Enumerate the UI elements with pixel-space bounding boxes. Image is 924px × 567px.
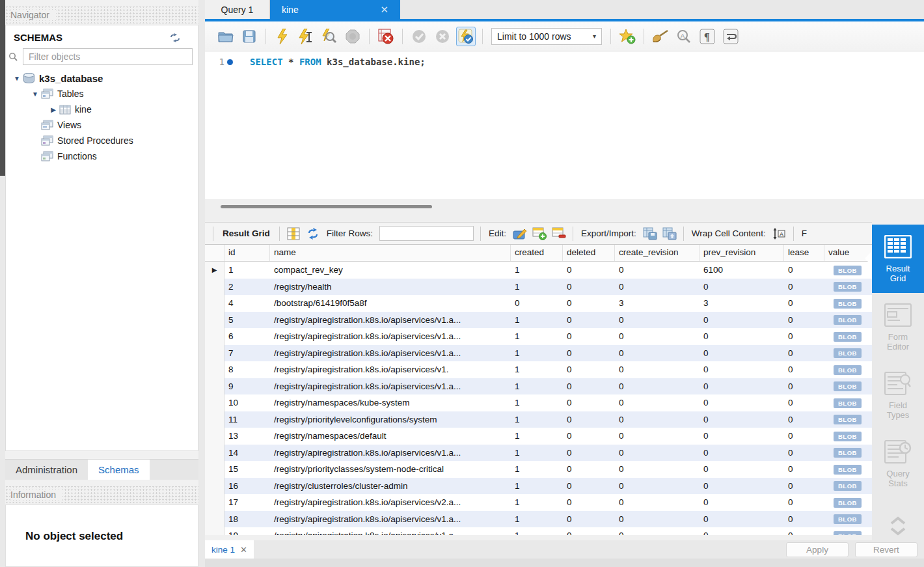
filter-rows-input[interactable] [379,226,474,241]
cell-lease[interactable]: 0 [784,431,824,441]
column-header-id[interactable]: id [224,245,270,261]
tree-item-k3s-database[interactable]: ▼k3s_database [6,70,198,86]
tree-item-views[interactable]: Views [6,117,198,133]
explain-query-icon[interactable] [319,27,339,46]
cell-prev_revision[interactable]: 0 [700,365,784,374]
table-row[interactable]: 6/registry/apiregistration.k8s.io/apiser… [205,328,872,345]
column-header-prev_revision[interactable]: prev_revision [700,245,784,261]
cell-value[interactable]: BLOB [824,331,872,342]
cell-id[interactable]: 19 [224,531,270,535]
tab-schemas[interactable]: Schemas [88,460,150,480]
row-selector-cell[interactable] [205,328,224,345]
cell-prev_revision[interactable]: 6100 [700,265,784,275]
cell-prev_revision[interactable]: 0 [700,398,784,408]
cell-id[interactable]: 10 [224,398,270,408]
cell-lease[interactable]: 0 [784,348,824,358]
cell-name[interactable]: /registry/namespaces/default [270,431,511,441]
cell-name[interactable]: compact_rev_key [270,265,511,275]
table-row[interactable]: 4/bootstrap/61419f0f5a8f00330BLOB [205,295,872,312]
blob-badge[interactable]: BLOB [834,448,862,458]
cell-id[interactable]: 17 [224,497,270,507]
close-tab-icon[interactable]: ✕ [380,4,388,16]
blob-badge[interactable]: BLOB [834,481,862,491]
row-selector-cell[interactable] [205,378,224,395]
save-snippet-icon[interactable] [618,27,637,46]
beautify-query-icon[interactable] [651,27,670,46]
cell-name[interactable]: /registry/apiregistration.k8s.io/apiserv… [270,531,511,535]
cell-create_revision[interactable]: 0 [615,531,700,535]
rollback-icon[interactable] [433,27,452,46]
row-selector-cell[interactable] [205,394,224,411]
cell-id[interactable]: 11 [224,415,270,424]
cell-lease[interactable]: 0 [784,464,824,474]
wrap-cell-content-icon[interactable]: A [771,226,788,242]
side-tab-query-stats[interactable]: Query Stats [872,430,924,498]
grid-options-icon[interactable] [285,226,302,242]
blob-badge[interactable]: BLOB [834,398,862,408]
cell-lease[interactable]: 0 [784,497,824,507]
cell-prev_revision[interactable]: 3 [700,298,784,308]
cell-created[interactable]: 1 [511,415,563,424]
table-row[interactable]: 15/registry/priorityclasses/system-node-… [205,461,872,478]
cell-deleted[interactable]: 0 [563,398,615,408]
cell-value[interactable]: BLOB [824,497,872,508]
cell-id[interactable]: 16 [224,481,270,491]
expand-panel-icon[interactable] [890,527,906,536]
tab-kine[interactable]: kine ✕ [270,0,400,19]
stop-query-icon[interactable] [343,27,362,46]
cell-name[interactable]: /registry/apiregistration.k8s.io/apiserv… [270,365,511,374]
cell-created[interactable]: 1 [511,381,563,391]
refresh-schemas-icon[interactable] [169,33,181,42]
blob-badge[interactable]: BLOB [834,332,862,342]
cell-prev_revision[interactable]: 0 [700,415,784,424]
tree-item-functions[interactable]: Functions [6,148,198,164]
cell-created[interactable]: 1 [511,315,563,325]
cell-created[interactable]: 0 [511,298,563,308]
table-row[interactable]: 9/registry/apiregistration.k8s.io/apiser… [205,378,872,395]
row-selector-cell[interactable] [205,428,224,445]
limit-rows-dropdown[interactable]: Limit to 1000 rows ▾ [491,28,602,45]
cell-prev_revision[interactable]: 0 [700,514,784,524]
cell-value[interactable]: BLOB [824,365,872,375]
cell-deleted[interactable]: 0 [563,448,615,458]
cell-deleted[interactable]: 0 [563,331,615,341]
refresh-grid-icon[interactable] [305,226,321,242]
cell-id[interactable]: 1 [224,265,270,275]
cell-create_revision[interactable]: 0 [615,464,700,474]
row-selector-cell[interactable] [205,511,224,528]
blob-badge[interactable]: BLOB [834,415,862,424]
cell-prev_revision[interactable]: 0 [700,331,784,341]
cell-name[interactable]: /registry/clusterroles/cluster-admin [270,481,511,491]
cell-deleted[interactable]: 0 [563,514,615,524]
tab-query-1[interactable]: Query 1 [205,0,270,19]
table-row[interactable]: 8/registry/apiregistration.k8s.io/apiser… [205,361,872,378]
cell-name[interactable]: /registry/apiregistration.k8s.io/apiserv… [270,448,511,458]
cell-lease[interactable]: 0 [784,282,824,292]
row-selector-cell[interactable] [205,411,224,428]
cell-id[interactable]: 13 [224,431,270,441]
cell-lease[interactable]: 0 [784,514,824,524]
tree-item-kine[interactable]: ▶kine [6,102,198,117]
cell-name[interactable]: /registry/apiregistration.k8s.io/apiserv… [270,514,511,524]
cell-value[interactable]: BLOB [824,531,872,535]
cell-create_revision[interactable]: 0 [615,481,700,491]
cell-id[interactable]: 6 [224,331,270,341]
side-tab-form-editor[interactable]: Form Editor [872,293,924,361]
side-tab-result-grid[interactable]: Result Grid [872,225,924,293]
cell-value[interactable]: BLOB [824,265,872,275]
cell-create_revision[interactable]: 0 [615,415,700,424]
blob-badge[interactable]: BLOB [834,498,862,508]
cell-create_revision[interactable]: 0 [615,431,700,441]
cell-create_revision[interactable]: 3 [615,298,700,308]
chevron-expanded-icon[interactable]: ▼ [12,75,21,82]
cell-create_revision[interactable]: 0 [615,514,700,524]
collapse-panel-icon[interactable] [890,516,906,525]
cell-lease[interactable]: 0 [784,481,824,491]
cell-deleted[interactable]: 0 [563,348,615,358]
table-row[interactable]: 19/registry/apiregistration.k8s.io/apise… [205,527,872,535]
cell-value[interactable]: BLOB [824,398,872,408]
execute-query-icon[interactable] [273,27,292,46]
show-invisibles-icon[interactable]: ¶ [698,27,717,46]
cell-name[interactable]: /registry/health [270,282,511,292]
table-row[interactable]: 5/registry/apiregistration.k8s.io/apiser… [205,312,872,329]
